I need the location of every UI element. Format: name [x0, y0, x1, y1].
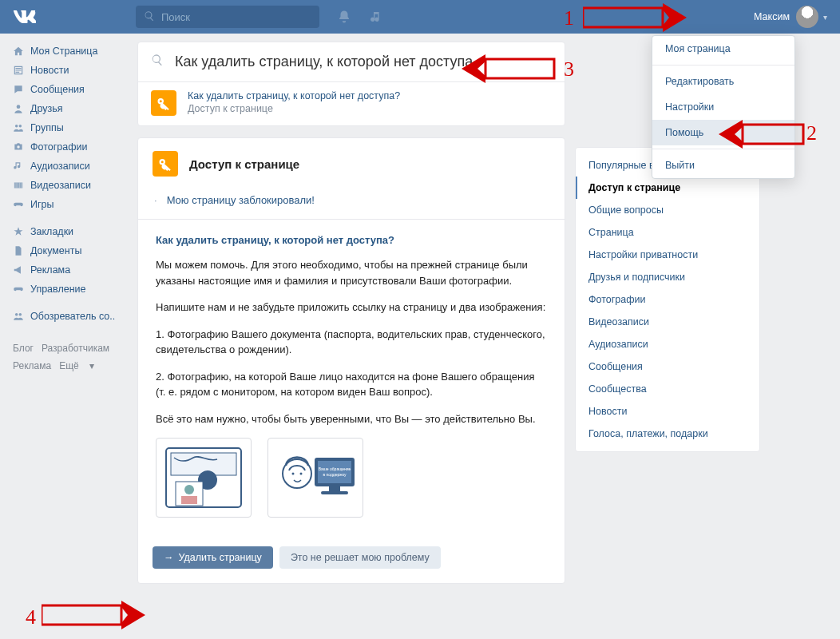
help-category-item[interactable]: Сообщества	[576, 378, 759, 400]
help-category-item[interactable]: Доступ к странице	[576, 177, 759, 199]
help-category-item[interactable]: Сообщения	[576, 355, 759, 378]
sidebar-item-label: Документы	[30, 245, 81, 256]
help-category-item[interactable]: Настройки приватности	[576, 244, 759, 266]
svg-point-14	[292, 473, 295, 475]
dropdown-item[interactable]: Моя страница	[652, 36, 794, 62]
article-p3: 1. Фотографию Вашего документа (паспорта…	[156, 327, 547, 358]
games-icon	[13, 199, 30, 210]
main-column: Как удалить страницу, к которой нет дост…	[137, 42, 565, 595]
footer-blog[interactable]: Блог	[13, 343, 34, 354]
sidebar-item-label: Фотографии	[30, 141, 87, 153]
sidebar-item-label: Игры	[30, 199, 53, 210]
help-category-item[interactable]: Голоса, платежи, подарки	[576, 423, 759, 445]
help-category-item[interactable]: Общие вопросы	[576, 199, 759, 221]
svg-rect-18	[329, 486, 340, 491]
msg-icon	[13, 84, 30, 95]
sidebar-item-label: Реклама	[30, 264, 70, 276]
selfie-monitor-illustration: Ваше обращение в поддержку	[267, 438, 363, 518]
user-dropdown: Моя страницаРедактироватьНастройкиПомощь…	[652, 35, 795, 179]
annotation-1: 1	[564, 6, 574, 30]
sidebar-item[interactable]: Документы	[8, 241, 131, 260]
video-icon	[13, 180, 30, 191]
svg-rect-24	[743, 125, 803, 144]
vk-logo[interactable]	[8, 0, 42, 34]
svg-point-0	[17, 105, 21, 109]
chevron-down-icon: ▾	[89, 360, 94, 371]
key-icon	[151, 90, 176, 116]
dropdown-item[interactable]: Настройки	[652, 94, 794, 120]
annotation-3: 3	[564, 58, 574, 81]
music-icon[interactable]	[369, 10, 382, 23]
svg-marker-27	[462, 54, 485, 83]
passport-illustration	[156, 438, 252, 518]
suggestion-category: Доступ к странице	[188, 103, 400, 114]
search-icon	[151, 54, 164, 70]
sidebar-item[interactable]: Обозреватель со..	[8, 307, 131, 326]
svg-point-1	[15, 125, 18, 128]
sidebar-item[interactable]: Группы	[8, 118, 131, 137]
doc-icon	[13, 245, 30, 256]
sidebar-item[interactable]: Фотографии	[8, 137, 131, 157]
help-category-item[interactable]: Фотографии	[576, 288, 759, 311]
ads-icon	[13, 264, 30, 276]
key-icon	[153, 151, 178, 177]
help-categories: Популярные вопросыДоступ к страницеОбщие…	[575, 147, 760, 452]
notifications-icon[interactable]	[337, 10, 351, 24]
article-p1: Мы можем помочь. Для этого необходимо, ч…	[156, 257, 547, 288]
footer-devs[interactable]: Разработчикам	[42, 343, 109, 354]
svg-rect-28	[42, 605, 121, 625]
username-label: Максим	[754, 11, 790, 22]
sidebar-footer: БлогРазработчикам РекламаЕщё ▾	[8, 340, 131, 375]
sidebar-item[interactable]: Реклама	[8, 260, 131, 280]
annotation-arrow-2	[719, 120, 806, 149]
svg-point-11	[184, 485, 194, 494]
sidebar-item[interactable]: Аудиозаписи	[8, 157, 131, 176]
article-panel: Доступ к странице Мою страницу заблокиро…	[137, 137, 565, 584]
help-category-item[interactable]: Страница	[576, 221, 759, 244]
help-category-item[interactable]: Видеозаписи	[576, 311, 759, 333]
global-search[interactable]	[136, 6, 319, 28]
people-icon	[13, 311, 30, 322]
svg-rect-4	[14, 183, 23, 189]
example-images: Ваше обращение в поддержку	[156, 438, 547, 518]
global-search-input[interactable]	[161, 11, 311, 23]
svg-marker-25	[719, 120, 743, 149]
sidebar-item[interactable]: Управление	[8, 280, 131, 299]
svg-text:в поддержку: в поддержку	[323, 472, 347, 477]
related-link[interactable]: Мою страницу заблокировали!	[138, 189, 565, 220]
help-category-item[interactable]: Новости	[576, 400, 759, 423]
article-p5: Всё это нам нужно, чтобы быть уверенными…	[156, 411, 547, 427]
sidebar-item[interactable]: Новости	[8, 61, 131, 80]
sidebar-item[interactable]: Видеозаписи	[8, 176, 131, 195]
help-category-item[interactable]: Аудиозаписи	[576, 333, 759, 355]
sidebar-item[interactable]: Игры	[8, 195, 131, 214]
sidebar-item-label: Аудиозаписи	[30, 161, 90, 172]
not-solved-button[interactable]: Это не решает мою проблему	[279, 546, 441, 569]
sidebar-item-label: Новости	[30, 65, 69, 76]
sidebar-item[interactable]: Моя Страница	[8, 42, 131, 61]
sidebar-item[interactable]: Сообщения	[8, 80, 131, 99]
delete-page-button[interactable]: → Удалить страницу	[153, 546, 273, 569]
sidebar-item[interactable]: Закладки	[8, 222, 131, 241]
help-category-item[interactable]: Друзья и подписчики	[576, 266, 759, 288]
sidebar-item[interactable]: Друзья	[8, 99, 131, 118]
audio-icon	[13, 161, 30, 172]
dropdown-item[interactable]: Выйти	[652, 153, 794, 178]
article-p2: Напишите нам и не забудьте приложить ссы…	[156, 300, 547, 316]
annotation-2: 2	[806, 121, 817, 145]
user-menu-trigger[interactable]: Максим ▾	[754, 6, 832, 28]
svg-point-2	[19, 125, 22, 128]
footer-ads[interactable]: Реклама	[13, 360, 51, 371]
sidebar-item-label: Сообщения	[30, 84, 85, 95]
sidebar-item-label: Друзья	[30, 103, 63, 114]
annotation-arrow-1	[583, 3, 687, 32]
svg-point-5	[15, 313, 18, 316]
suggestion-title: Как удалить страницу, к которой нет дост…	[188, 90, 400, 101]
sidebar-item-label: Моя Страница	[30, 46, 97, 57]
footer-more[interactable]: Ещё ▾	[59, 360, 102, 371]
annotation-arrow-3	[462, 54, 557, 83]
chevron-down-icon: ▾	[823, 13, 827, 22]
dropdown-item[interactable]: Редактировать	[652, 69, 794, 94]
svg-point-3	[17, 145, 20, 149]
search-suggestion[interactable]: Как удалить страницу, к которой нет дост…	[138, 81, 565, 125]
